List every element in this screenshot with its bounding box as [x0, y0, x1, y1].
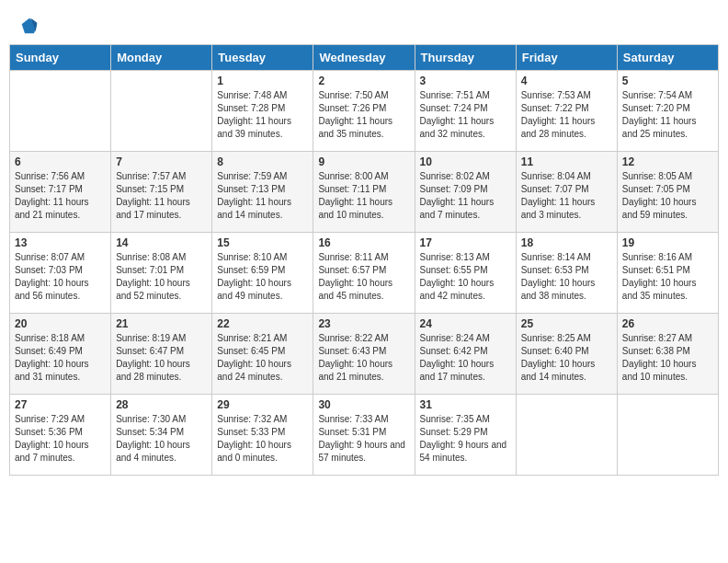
day-number: 5 [622, 75, 713, 87]
calendar-cell: 17Sunrise: 8:13 AM Sunset: 6:55 PM Dayli… [415, 233, 516, 314]
day-info: Sunrise: 8:24 AM Sunset: 6:42 PM Dayligh… [420, 332, 511, 384]
calendar-week-row: 27Sunrise: 7:29 AM Sunset: 5:36 PM Dayli… [10, 395, 719, 476]
day-number: 28 [116, 398, 207, 411]
calendar-cell: 10Sunrise: 8:02 AM Sunset: 7:09 PM Dayli… [415, 152, 516, 233]
day-info: Sunrise: 7:33 AM Sunset: 5:31 PM Dayligh… [318, 413, 409, 465]
day-number: 1 [217, 75, 308, 87]
day-info: Sunrise: 7:48 AM Sunset: 7:28 PM Dayligh… [217, 89, 308, 141]
day-info: Sunrise: 7:32 AM Sunset: 5:33 PM Dayligh… [217, 413, 308, 465]
day-info: Sunrise: 8:11 AM Sunset: 6:57 PM Dayligh… [318, 251, 409, 303]
day-info: Sunrise: 8:19 AM Sunset: 6:47 PM Dayligh… [116, 332, 207, 384]
calendar-cell: 31Sunrise: 7:35 AM Sunset: 5:29 PM Dayli… [415, 395, 516, 476]
calendar-cell: 28Sunrise: 7:30 AM Sunset: 5:34 PM Dayli… [111, 395, 212, 476]
calendar-cell [617, 395, 718, 476]
calendar-cell: 8Sunrise: 7:59 AM Sunset: 7:13 PM Daylig… [212, 152, 313, 233]
day-info: Sunrise: 7:50 AM Sunset: 7:26 PM Dayligh… [318, 89, 409, 141]
day-info: Sunrise: 8:08 AM Sunset: 7:01 PM Dayligh… [116, 251, 207, 303]
day-number: 16 [318, 236, 409, 249]
calendar-cell [10, 71, 111, 152]
day-number: 9 [318, 155, 409, 168]
calendar-cell: 18Sunrise: 8:14 AM Sunset: 6:53 PM Dayli… [516, 233, 617, 314]
day-info: Sunrise: 8:21 AM Sunset: 6:45 PM Dayligh… [217, 332, 308, 384]
day-number: 25 [521, 317, 612, 330]
day-header-friday: Friday [516, 45, 617, 71]
calendar-cell: 14Sunrise: 8:08 AM Sunset: 7:01 PM Dayli… [111, 233, 212, 314]
calendar-cell: 13Sunrise: 8:07 AM Sunset: 7:03 PM Dayli… [10, 233, 111, 314]
day-number: 21 [116, 317, 207, 330]
calendar-week-row: 20Sunrise: 8:18 AM Sunset: 6:49 PM Dayli… [10, 314, 719, 395]
calendar-cell: 21Sunrise: 8:19 AM Sunset: 6:47 PM Dayli… [111, 314, 212, 395]
calendar-cell: 29Sunrise: 7:32 AM Sunset: 5:33 PM Dayli… [212, 395, 313, 476]
calendar-cell: 7Sunrise: 7:57 AM Sunset: 7:15 PM Daylig… [111, 152, 212, 233]
day-number: 23 [318, 317, 409, 330]
day-number: 26 [622, 317, 713, 330]
day-info: Sunrise: 8:10 AM Sunset: 6:59 PM Dayligh… [217, 251, 308, 303]
day-number: 7 [116, 155, 207, 168]
day-info: Sunrise: 7:29 AM Sunset: 5:36 PM Dayligh… [15, 413, 106, 465]
day-number: 18 [521, 236, 612, 249]
day-info: Sunrise: 8:05 AM Sunset: 7:05 PM Dayligh… [622, 170, 713, 222]
day-number: 4 [521, 75, 612, 87]
day-number: 30 [318, 398, 409, 411]
calendar-cell: 20Sunrise: 8:18 AM Sunset: 6:49 PM Dayli… [10, 314, 111, 395]
day-header-tuesday: Tuesday [212, 45, 313, 71]
logo-icon [20, 17, 39, 35]
day-number: 29 [217, 398, 308, 411]
day-info: Sunrise: 7:56 AM Sunset: 7:17 PM Dayligh… [15, 170, 106, 222]
calendar-cell: 24Sunrise: 8:24 AM Sunset: 6:42 PM Dayli… [415, 314, 516, 395]
calendar-cell: 19Sunrise: 8:16 AM Sunset: 6:51 PM Dayli… [617, 233, 718, 314]
day-number: 13 [15, 236, 106, 249]
calendar-cell: 2Sunrise: 7:50 AM Sunset: 7:26 PM Daylig… [313, 71, 415, 152]
day-info: Sunrise: 8:14 AM Sunset: 6:53 PM Dayligh… [521, 251, 612, 303]
calendar-table: SundayMondayTuesdayWednesdayThursdayFrid… [9, 44, 719, 476]
day-number: 15 [217, 236, 308, 249]
day-info: Sunrise: 7:51 AM Sunset: 7:24 PM Dayligh… [420, 89, 511, 141]
day-header-thursday: Thursday [415, 45, 516, 71]
calendar-week-row: 1Sunrise: 7:48 AM Sunset: 7:28 PM Daylig… [10, 71, 719, 152]
calendar-header-row: SundayMondayTuesdayWednesdayThursdayFrid… [10, 45, 719, 71]
day-number: 10 [420, 155, 511, 168]
calendar-cell: 3Sunrise: 7:51 AM Sunset: 7:24 PM Daylig… [415, 71, 516, 152]
calendar-cell: 5Sunrise: 7:54 AM Sunset: 7:20 PM Daylig… [617, 71, 718, 152]
day-info: Sunrise: 8:00 AM Sunset: 7:11 PM Dayligh… [318, 170, 409, 222]
calendar-cell: 22Sunrise: 8:21 AM Sunset: 6:45 PM Dayli… [212, 314, 313, 395]
day-info: Sunrise: 8:27 AM Sunset: 6:38 PM Dayligh… [622, 332, 713, 384]
day-info: Sunrise: 8:04 AM Sunset: 7:07 PM Dayligh… [521, 170, 612, 222]
calendar-cell: 1Sunrise: 7:48 AM Sunset: 7:28 PM Daylig… [212, 71, 313, 152]
calendar-cell: 11Sunrise: 8:04 AM Sunset: 7:07 PM Dayli… [516, 152, 617, 233]
day-number: 11 [521, 155, 612, 168]
day-info: Sunrise: 8:13 AM Sunset: 6:55 PM Dayligh… [420, 251, 511, 303]
day-number: 24 [420, 317, 511, 330]
calendar-cell: 9Sunrise: 8:00 AM Sunset: 7:11 PM Daylig… [313, 152, 415, 233]
day-info: Sunrise: 7:59 AM Sunset: 7:13 PM Dayligh… [217, 170, 308, 222]
day-header-saturday: Saturday [617, 45, 718, 71]
calendar-cell [516, 395, 617, 476]
day-info: Sunrise: 8:07 AM Sunset: 7:03 PM Dayligh… [15, 251, 106, 303]
day-info: Sunrise: 7:35 AM Sunset: 5:29 PM Dayligh… [420, 413, 511, 465]
day-number: 19 [622, 236, 713, 249]
day-info: Sunrise: 7:30 AM Sunset: 5:34 PM Dayligh… [116, 413, 207, 465]
calendar-cell: 12Sunrise: 8:05 AM Sunset: 7:05 PM Dayli… [617, 152, 718, 233]
day-info: Sunrise: 8:02 AM Sunset: 7:09 PM Dayligh… [420, 170, 511, 222]
day-number: 2 [318, 75, 409, 87]
logo [18, 17, 39, 35]
day-number: 17 [420, 236, 511, 249]
day-number: 14 [116, 236, 207, 249]
calendar-cell [111, 71, 212, 152]
calendar-week-row: 6Sunrise: 7:56 AM Sunset: 7:17 PM Daylig… [10, 152, 719, 233]
day-header-wednesday: Wednesday [313, 45, 415, 71]
day-number: 22 [217, 317, 308, 330]
calendar-cell: 23Sunrise: 8:22 AM Sunset: 6:43 PM Dayli… [313, 314, 415, 395]
calendar-cell: 4Sunrise: 7:53 AM Sunset: 7:22 PM Daylig… [516, 71, 617, 152]
day-number: 3 [420, 75, 511, 87]
calendar-cell: 25Sunrise: 8:25 AM Sunset: 6:40 PM Dayli… [516, 314, 617, 395]
calendar-cell: 6Sunrise: 7:56 AM Sunset: 7:17 PM Daylig… [10, 152, 111, 233]
calendar-cell: 15Sunrise: 8:10 AM Sunset: 6:59 PM Dayli… [212, 233, 313, 314]
day-header-sunday: Sunday [10, 45, 111, 71]
day-number: 8 [217, 155, 308, 168]
calendar-cell: 16Sunrise: 8:11 AM Sunset: 6:57 PM Dayli… [313, 233, 415, 314]
calendar-cell: 27Sunrise: 7:29 AM Sunset: 5:36 PM Dayli… [10, 395, 111, 476]
day-info: Sunrise: 8:18 AM Sunset: 6:49 PM Dayligh… [15, 332, 106, 384]
day-number: 31 [420, 398, 511, 411]
day-number: 12 [622, 155, 713, 168]
